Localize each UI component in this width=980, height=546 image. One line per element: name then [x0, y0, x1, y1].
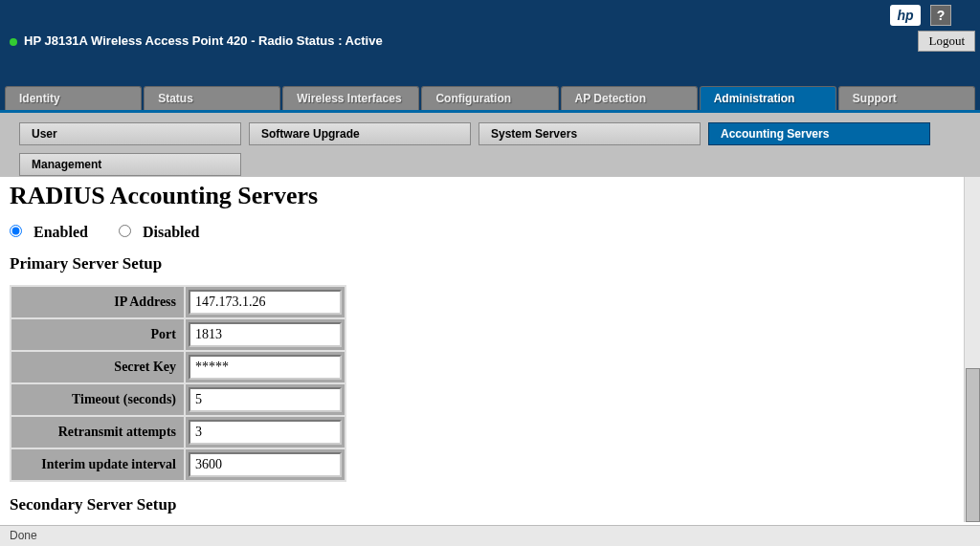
retransmit-input[interactable]	[189, 420, 342, 445]
port-input[interactable]	[189, 322, 342, 347]
page-title: HP J8131A Wireless Access Point 420 - Ra…	[24, 33, 383, 48]
scrollbar-thumb[interactable]	[966, 368, 980, 522]
secondary-server-heading: Secondary Server Setup	[10, 495, 954, 514]
ip-address-input[interactable]	[189, 290, 342, 315]
interim-input[interactable]	[189, 452, 342, 477]
ip-address-label: IP Address	[11, 287, 184, 317]
retransmit-label: Retransmit attempts	[11, 417, 184, 448]
tab-support[interactable]: Support	[838, 86, 975, 110]
logout-button[interactable]: Logout	[918, 31, 975, 52]
enable-radio-group: Enabled Disabled	[10, 224, 954, 241]
enabled-radio-label[interactable]: Enabled	[10, 224, 92, 240]
sub-tab-bar: User Software Upgrade System Servers Acc…	[0, 110, 980, 186]
main-tab-bar: Identity Status Wireless Interfaces Conf…	[0, 86, 980, 110]
radio-status-indicator	[10, 38, 17, 46]
subtab-management[interactable]: Management	[19, 153, 241, 176]
main-content: RADIUS Accounting Servers Enabled Disabl…	[0, 177, 964, 522]
subtab-accounting-servers[interactable]: Accounting Servers	[708, 122, 930, 145]
interim-label: Interim update interval	[11, 449, 184, 480]
secret-key-input[interactable]	[189, 355, 342, 380]
status-bar: Done	[0, 525, 980, 546]
subtab-software-upgrade[interactable]: Software Upgrade	[249, 122, 471, 145]
subtab-system-servers[interactable]: System Servers	[479, 122, 701, 145]
disabled-radio[interactable]	[119, 225, 131, 237]
content-wrapper: RADIUS Accounting Servers Enabled Disabl…	[0, 177, 980, 522]
disabled-radio-label[interactable]: Disabled	[119, 224, 200, 240]
timeout-input[interactable]	[189, 387, 342, 412]
app-header: HP J8131A Wireless Access Point 420 - Ra…	[0, 0, 980, 86]
tab-administration[interactable]: Administration	[700, 86, 836, 110]
scrollbar[interactable]	[964, 177, 980, 522]
tab-identity[interactable]: Identity	[5, 86, 142, 110]
tab-wireless-interfaces[interactable]: Wireless Interfaces	[282, 86, 419, 110]
subtab-user[interactable]: User	[19, 122, 241, 145]
help-icon[interactable]: ?	[930, 5, 951, 26]
primary-server-heading: Primary Server Setup	[10, 254, 954, 273]
tab-ap-detection[interactable]: AP Detection	[561, 86, 698, 110]
timeout-label: Timeout (seconds)	[11, 384, 184, 415]
secret-key-label: Secret Key	[11, 352, 184, 382]
status-text: Done	[10, 529, 37, 542]
tab-configuration[interactable]: Configuration	[421, 86, 558, 110]
tab-status[interactable]: Status	[144, 86, 280, 110]
enabled-radio[interactable]	[10, 225, 22, 237]
primary-server-table: IP Address Port Secret Key Timeout (seco…	[10, 285, 346, 482]
port-label: Port	[11, 319, 184, 350]
hp-logo-icon: hp	[890, 5, 921, 26]
content-heading: RADIUS Accounting Servers	[10, 182, 954, 210]
